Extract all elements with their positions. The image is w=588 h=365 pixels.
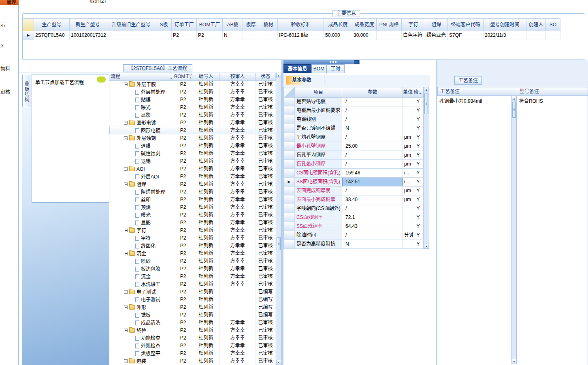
column-header[interactable]: PNL规格 [377, 18, 402, 31]
expand-collapse-icon[interactable] [124, 290, 128, 294]
tree-row[interactable]: 板边包胶P2杜列新方幸幸已审核 [109, 265, 276, 273]
column-header[interactable]: 创建人 [526, 18, 546, 31]
tree-row[interactable]: 成品清洗P2杜列新方幸幸已审核 [109, 319, 276, 327]
scroll-thumb[interactable] [277, 237, 281, 250]
vertical-scrollbar[interactable]: ▲▼ [424, 87, 429, 249]
param-row[interactable]: 是否贴导电胶/Y [283, 98, 424, 106]
column-header[interactable]: 阻焊 [425, 18, 448, 31]
tree-row[interactable]: 铣板P2杜列新已编写 [109, 311, 276, 319]
expand-collapse-icon[interactable] [124, 136, 128, 140]
param-value-cell[interactable]: / [342, 231, 403, 240]
scroll-up-button[interactable]: ▲ [512, 96, 516, 101]
tree-column-header[interactable]: 核审人 [220, 73, 256, 80]
param-value-cell[interactable]: / [342, 133, 403, 142]
column-header[interactable]: 板厚 [243, 18, 259, 31]
column-header[interactable]: 新生产型号 [70, 18, 106, 31]
tree-row[interactable]: 终检P2杜列新方幸幸已审核 [109, 327, 276, 334]
param-row[interactable]: 除油时间/分钟Y [283, 231, 424, 240]
params-column-header[interactable]: 参数 [342, 87, 403, 98]
tree-row[interactable]: 电子测试P2杜列新已编写 [109, 296, 276, 303]
param-row[interactable]: CS面电镀面积(含孔)159.46i...Y [283, 169, 424, 178]
sidebar-item[interactable]: 示 [0, 21, 18, 27]
tree-row[interactable]: 外观检查P2杜列新方幸幸已审核 [109, 342, 276, 350]
scroll-down-button[interactable]: ▼ [276, 360, 281, 365]
params-column-header[interactable]: 单位 [403, 87, 413, 98]
tree-row[interactable]: 外层前处理P2杜列新方幸幸已审核 [109, 88, 276, 96]
expand-collapse-icon[interactable] [124, 121, 128, 125]
tree-row[interactable]: 退锡P2杜列新方幸幸已审核 [109, 157, 276, 165]
panel-caption-bar[interactable] [283, 60, 360, 64]
column-header[interactable]: 生产型号 [34, 18, 70, 31]
param-value-cell[interactable]: / [342, 115, 403, 124]
param-value-cell[interactable]: / [342, 187, 403, 195]
param-value-cell[interactable]: 72.1 [342, 213, 403, 222]
tree-row[interactable]: 贴膜P2杜列新方幸幸已审核 [109, 96, 276, 104]
param-value-cell[interactable]: 33.40 [342, 195, 403, 204]
tree-row[interactable]: 曝光P2杜列新方幸幸已审核 [109, 211, 276, 219]
scroll-up-button[interactable]: ▲ [424, 87, 429, 92]
expand-collapse-icon[interactable] [124, 359, 128, 363]
sidebar-item[interactable]: 物料 [0, 65, 18, 71]
tree-column-header[interactable]: 流程▲ [109, 73, 174, 80]
expand-collapse-icon[interactable] [124, 83, 128, 86]
expand-collapse-icon[interactable] [124, 252, 128, 255]
tree-row[interactable]: 图形电镀P2杜列新方幸幸已审核 [109, 119, 276, 127]
column-header[interactable]: 验收标准 [278, 18, 324, 31]
param-row[interactable]: 是否为高精度阻抗NY [283, 240, 424, 249]
tree-column-header[interactable]: 编写人 [192, 73, 220, 80]
tree-row[interactable]: 退膜P2杜列新方幸幸已审核 [109, 142, 276, 150]
param-value-cell[interactable]: / [342, 204, 403, 213]
tree-row[interactable]: 终固化P2杜列新方幸幸已审核 [109, 242, 276, 250]
process-flow-title-tab[interactable]: 【2S7QF0L5A0】工艺流程 [123, 64, 192, 72]
tree-row[interactable]: 电子测试P2杜列新已编写 [109, 288, 276, 296]
column-header[interactable]: 升级前旧生产型号 [106, 18, 156, 31]
tree-row[interactable]: 字符P2杜列新方幸幸已审核 [109, 234, 276, 242]
param-value-cell[interactable]: 142.51 [342, 178, 403, 187]
param-row[interactable]: 盲孔平均铜厚/μmY [283, 151, 424, 160]
tree-column-header[interactable]: 状态 [256, 73, 276, 80]
expand-collapse-icon[interactable] [124, 167, 128, 171]
tree-column-header[interactable]: BOM工厂 [174, 73, 192, 80]
tree-row[interactable]: 阻焊前处理P2杜列新方幸幸已审核 [109, 188, 276, 196]
expand-collapse-icon[interactable] [124, 329, 128, 332]
tree-row[interactable]: 外形P2杜列新已编写 [109, 303, 276, 311]
param-value-cell[interactable]: N [342, 240, 403, 249]
tree-row[interactable]: AOIP2杜列新方幸幸已审核 [109, 165, 276, 173]
tree-row[interactable]: 显影P2杜列新方幸幸已审核 [109, 219, 276, 227]
expand-collapse-icon[interactable] [124, 229, 128, 232]
param-row[interactable]: 电镀线别/Y [283, 115, 424, 124]
param-value-cell[interactable]: / [342, 98, 403, 106]
tab-basic-info[interactable]: 基本信息 [283, 64, 311, 73]
stackup-structure-vertical-tab[interactable]: 叠板结构 [22, 75, 30, 107]
expand-collapse-icon[interactable] [124, 306, 128, 309]
scroll-thumb[interactable] [424, 93, 428, 114]
param-row[interactable]: 盲孔最小铜厚/μmY [283, 160, 424, 169]
param-row[interactable]: 表面最小完成铜厚33.40μmY [283, 195, 424, 204]
param-row[interactable]: SS面残铜率64.43Y [283, 222, 424, 231]
tree-row[interactable]: 外层干膜P2杜列新方幸幸已审核 [109, 81, 276, 88]
tree-row[interactable]: 碱性蚀刻P2杜列新方幸幸已审核 [109, 150, 276, 157]
scroll-thumb[interactable] [512, 102, 516, 118]
column-header[interactable]: 字符 [402, 18, 425, 31]
column-header[interactable]: 板材 [259, 18, 278, 31]
toolbar-clipped-button[interactable]: 取消(Z) [90, 0, 118, 3]
param-value-cell[interactable]: 159.46 [342, 169, 403, 178]
tree-row[interactable]: 曝光P2杜列新方幸幸已审核 [109, 104, 276, 111]
column-header[interactable]: SO [546, 18, 560, 31]
tab-process-notes[interactable]: 工艺备注 [454, 76, 482, 85]
tree-row[interactable]: 功能检查P2杜列新方幸幸已审核 [109, 334, 276, 342]
tree-row[interactable]: 阻焊P2杜列新方幸幸已审核 [109, 180, 276, 188]
tree-row[interactable]: 图形电镀P2杜列新方幸幸已审核 [109, 127, 276, 134]
column-header[interactable]: BOM工厂 [197, 18, 223, 31]
tree-row[interactable]: 水洗烘干P2杜列新方幸幸已审核 [109, 280, 276, 288]
column-header[interactable]: AB板 [223, 18, 243, 31]
subtab-basic-params[interactable]: 基本参数 [286, 76, 324, 85]
tree-row[interactable]: 预烘P2杜列新方幸幸已审核 [109, 204, 276, 211]
sidebar-orange-tab[interactable]: 管理 [0, 0, 19, 5]
scroll-down-button[interactable]: ▼ [424, 244, 429, 249]
param-row[interactable]: 最小孔壁铜厚25.00μmY [283, 142, 424, 151]
expand-collapse-icon[interactable] [124, 182, 128, 186]
tab-work-hours[interactable]: 工时 [326, 64, 345, 73]
tree-row[interactable]: 丝印P2杜列新方幸幸已审核 [109, 196, 276, 204]
scroll-up-button[interactable]: ▲ [276, 73, 281, 78]
